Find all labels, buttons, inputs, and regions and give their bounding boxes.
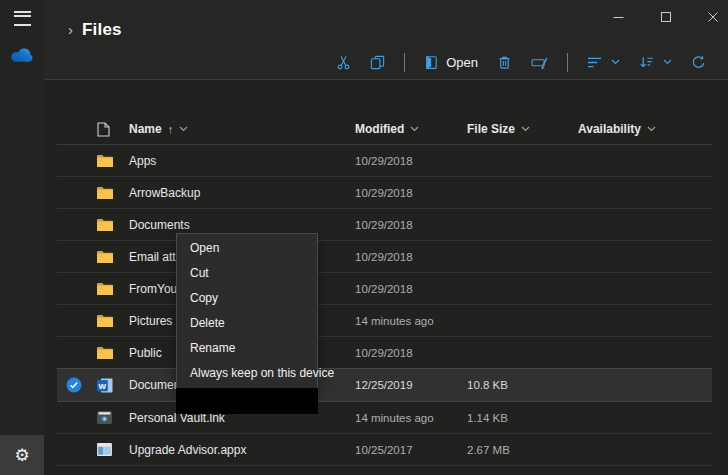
context-menu: OpenCutCopyDeleteRenameAlways keep on th… <box>176 233 318 389</box>
chevron-down-icon <box>663 59 672 65</box>
rename-icon <box>531 55 548 70</box>
file-modified: 10/29/2018 <box>355 145 413 176</box>
close-icon <box>708 12 718 22</box>
folder-icon <box>97 209 113 240</box>
sort-ascending-icon: ↑ <box>168 123 174 135</box>
file-modified: 10/29/2018 <box>355 209 413 240</box>
view-options-icon <box>587 56 602 69</box>
trash-icon <box>497 55 512 70</box>
file-name: Documen <box>129 369 180 401</box>
file-name: FromYour <box>129 273 181 304</box>
table-body: Apps 10/29/2018 ArrowBackup 10/29/2018 D… <box>57 145 712 466</box>
nav-rail: ⚙ <box>0 0 44 475</box>
onedrive-cloud-icon <box>9 46 35 63</box>
folder-icon <box>97 305 113 336</box>
folder-icon <box>97 273 113 304</box>
context-menu-item-copy[interactable]: Copy <box>177 286 317 311</box>
chevron-down-icon <box>521 126 530 132</box>
minimize-button[interactable] <box>595 6 642 28</box>
file-name: Upgrade Advisor.appx <box>129 434 246 465</box>
toolbar-separator <box>567 53 568 72</box>
column-header-availability[interactable]: Availability <box>578 114 656 144</box>
copy-button[interactable] <box>370 55 385 70</box>
context-menu-item-delete[interactable]: Delete <box>177 311 317 336</box>
maximize-icon <box>661 12 671 22</box>
table-row[interactable]: Email atta 10/29/2018 <box>57 241 712 273</box>
folder-icon <box>97 241 113 272</box>
svg-text:W: W <box>99 381 107 390</box>
file-size: 10.8 KB <box>467 369 508 401</box>
onedrive-window: ⚙ › Files <box>0 0 728 475</box>
table-row[interactable]: ArrowBackup 10/29/2018 <box>57 177 712 209</box>
file-modified: 10/29/2018 <box>355 337 413 368</box>
file-list: Name ↑ Modified File Size Availability <box>57 114 712 466</box>
file-modified: 14 minutes ago <box>355 305 434 336</box>
folder-icon <box>97 145 113 176</box>
file-name: Public <box>129 337 162 368</box>
toolbar-separator <box>404 53 405 72</box>
breadcrumb: › Files <box>68 20 122 40</box>
table-row[interactable]: Apps 10/29/2018 <box>57 145 712 177</box>
document-icon <box>97 122 110 137</box>
cut-icon <box>336 55 351 70</box>
file-modified: 12/25/2019 <box>355 369 413 401</box>
column-header-file-size[interactable]: File Size <box>467 114 530 144</box>
sort-icon <box>639 55 654 69</box>
table-header: Name ↑ Modified File Size Availability <box>57 114 712 145</box>
sort-button[interactable] <box>639 55 672 69</box>
table-row[interactable]: Upgrade Advisor.appx 10/25/2017 2.67 MB <box>57 434 712 466</box>
appx-icon <box>97 434 112 465</box>
file-size: 1.14 KB <box>467 402 508 433</box>
word-icon: W <box>97 369 113 401</box>
context-menu-item-cut[interactable]: Cut <box>177 261 317 286</box>
file-modified: 10/29/2018 <box>355 241 413 272</box>
minimize-icon <box>613 12 624 23</box>
file-modified: 10/29/2018 <box>355 177 413 208</box>
sidebar-item-onedrive[interactable] <box>0 36 44 72</box>
hamburger-icon <box>14 11 31 26</box>
redacted-area <box>176 388 318 414</box>
context-menu-item-rename[interactable]: Rename <box>177 336 317 361</box>
file-type-column-icon <box>97 114 110 144</box>
table-row[interactable]: Personal Vault.lnk 14 minutes ago 1.14 K… <box>57 402 712 434</box>
file-modified: 10/29/2018 <box>355 273 413 304</box>
file-name: Pictures <box>129 305 172 336</box>
file-size: 2.67 MB <box>467 434 510 465</box>
vault-icon <box>97 402 112 433</box>
hamburger-menu-button[interactable] <box>0 0 44 36</box>
maximize-button[interactable] <box>642 6 689 28</box>
file-name: Email atta <box>129 241 182 272</box>
chevron-down-icon <box>410 126 419 132</box>
table-row[interactable]: Pictures 14 minutes ago <box>57 305 712 337</box>
file-modified: 14 minutes ago <box>355 402 434 433</box>
folder-icon <box>97 177 113 208</box>
context-menu-item-always-keep-on-this-device[interactable]: Always keep on this device <box>177 361 317 386</box>
table-row[interactable]: Public 10/29/2018 <box>57 337 712 369</box>
chevron-down-icon <box>647 126 656 132</box>
context-menu-item-open[interactable]: Open <box>177 236 317 261</box>
file-name: ArrowBackup <box>129 177 200 208</box>
file-modified: 10/25/2017 <box>355 434 413 465</box>
selected-check-icon[interactable] <box>66 377 82 393</box>
close-button[interactable] <box>689 6 728 28</box>
refresh-button[interactable] <box>691 55 706 70</box>
column-header-modified[interactable]: Modified <box>355 114 419 144</box>
column-header-name[interactable]: Name ↑ <box>129 114 188 144</box>
sidebar-item-settings[interactable]: ⚙ <box>0 435 44 475</box>
file-name: Apps <box>129 145 156 176</box>
window-controls <box>595 6 728 28</box>
rename-button[interactable] <box>531 55 548 70</box>
chevron-down-icon <box>611 59 620 65</box>
delete-button[interactable] <box>497 55 512 70</box>
chevron-down-icon <box>179 126 188 132</box>
gear-icon: ⚙ <box>14 447 29 464</box>
table-row[interactable]: FromYour 10/29/2018 <box>57 273 712 305</box>
view-options-button[interactable] <box>587 56 620 69</box>
refresh-icon <box>691 55 706 70</box>
table-row[interactable]: Documents 10/29/2018 <box>57 209 712 241</box>
breadcrumb-chevron-icon[interactable]: › <box>68 22 73 37</box>
cut-button[interactable] <box>336 55 351 70</box>
open-button[interactable]: Open <box>424 55 478 70</box>
toolbar: Open <box>336 48 706 76</box>
table-row[interactable]: W Documen 12/25/2019 10.8 KB <box>57 368 712 402</box>
